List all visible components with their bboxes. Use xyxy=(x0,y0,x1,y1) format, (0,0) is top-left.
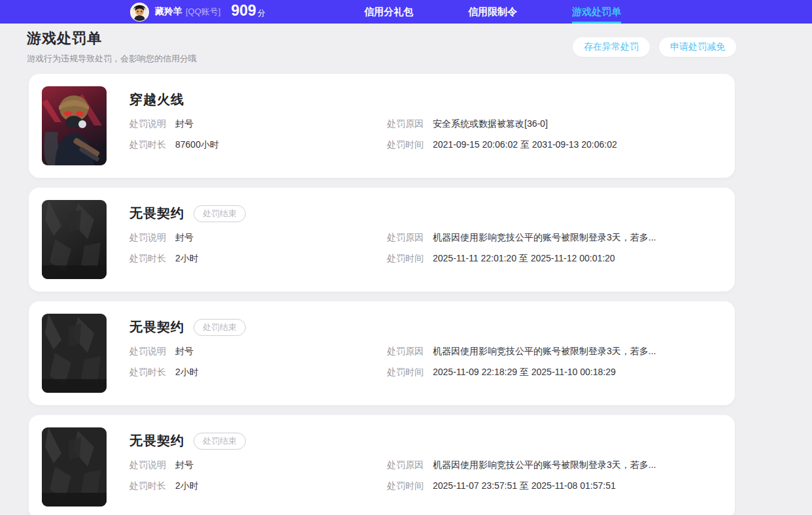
user-avatar-icon xyxy=(130,3,149,22)
page-actions: 存在异常处罚 申请处罚减免 xyxy=(573,37,736,57)
time-label: 处罚时间 xyxy=(387,139,424,151)
reason-label: 处罚原因 xyxy=(387,346,424,357)
header-tabs: 信用分礼包 信用限制令 游戏处罚单 xyxy=(347,0,658,24)
duration-label: 处罚时长 xyxy=(129,367,166,378)
reason-label: 处罚原因 xyxy=(387,232,424,244)
desc-label: 处罚说明 xyxy=(129,459,166,471)
user-account-type: [QQ账号] xyxy=(186,6,220,18)
time-value: 2025-11-11 22:01:20 至 2025-11-12 00:01:2… xyxy=(433,253,615,265)
time-label: 处罚时间 xyxy=(387,253,424,265)
abnormal-penalty-button[interactable]: 存在异常处罚 xyxy=(573,37,650,57)
reason-value: 机器因使用影响竞技公平的账号被限制登录3天，若多... xyxy=(433,232,656,244)
reason-label: 处罚原因 xyxy=(387,118,424,130)
game-thumbnail-valorant xyxy=(42,427,107,507)
penalty-card-body: 无畏契约 处罚结束 处罚说明 封号 处罚原因 机器因使用影响竞技公平的账号被限制… xyxy=(129,427,722,507)
tab-game-penalty[interactable]: 游戏处罚单 xyxy=(554,0,639,24)
penalty-card-body: 穿越火线 处罚说明 封号 处罚原因 安全系统或数据被篡改[36-0] 处罚时长 … xyxy=(129,86,722,165)
reason-value: 安全系统或数据被篡改[36-0] xyxy=(433,118,548,130)
penalty-card-body: 无畏契约 处罚结束 处罚说明 封号 处罚原因 机器因使用影响竞技公平的账号被限制… xyxy=(129,200,722,279)
game-title: 无畏契约 xyxy=(129,432,184,450)
game-thumbnail-valorant xyxy=(42,314,107,393)
penalty-card: 无畏契约 处罚结束 处罚说明 封号 处罚原因 机器因使用影响竞技公平的账号被限制… xyxy=(29,188,735,291)
reason-label: 处罚原因 xyxy=(387,459,424,471)
game-thumbnail-valorant xyxy=(42,200,107,279)
desc-value: 封号 xyxy=(175,346,194,357)
reason-value: 机器因使用影响竞技公平的账号被限制登录3天，若多... xyxy=(433,459,656,471)
penalty-card: 穿越火线 处罚说明 封号 处罚原因 安全系统或数据被篡改[36-0] 处罚时长 … xyxy=(29,74,735,178)
penalty-card-list: 穿越火线 处罚说明 封号 处罚原因 安全系统或数据被篡改[36-0] 处罚时长 … xyxy=(29,74,735,515)
penalty-card: 无畏契约 处罚结束 处罚说明 封号 处罚原因 机器因使用影响竞技公平的账号被限制… xyxy=(29,301,735,405)
credit-score: 909分 xyxy=(231,0,265,25)
desc-value: 封号 xyxy=(175,118,194,130)
duration-value: 2小时 xyxy=(175,253,199,265)
duration-label: 处罚时长 xyxy=(129,139,166,151)
credit-score-value: 909 xyxy=(231,2,256,19)
top-header-bar: 藏羚羊 [QQ账号] 909分 信用分礼包 信用限制令 游戏处罚单 xyxy=(0,0,812,24)
time-label: 处罚时间 xyxy=(387,367,424,378)
duration-label: 处罚时长 xyxy=(129,480,166,492)
game-title: 无畏契约 xyxy=(129,205,184,222)
time-label: 处罚时间 xyxy=(387,480,424,492)
penalty-card-body: 无畏契约 处罚结束 处罚说明 封号 处罚原因 机器因使用影响竞技公平的账号被限制… xyxy=(129,314,722,393)
credit-score-unit: 分 xyxy=(258,8,265,18)
desc-label: 处罚说明 xyxy=(129,232,166,244)
desc-label: 处罚说明 xyxy=(129,118,166,130)
penalty-ended-badge: 处罚结束 xyxy=(194,205,246,222)
game-title: 穿越火线 xyxy=(129,91,184,108)
penalty-ended-badge: 处罚结束 xyxy=(194,433,246,450)
time-value: 2021-09-15 20:06:02 至 2031-09-13 20:06:0… xyxy=(433,139,617,151)
tab-credit-restriction[interactable]: 信用限制令 xyxy=(450,0,535,24)
duration-label: 处罚时长 xyxy=(129,253,166,265)
penalty-reduction-button[interactable]: 申请处罚减免 xyxy=(659,37,736,57)
duration-value: 2小时 xyxy=(175,367,199,378)
user-name: 藏羚羊 xyxy=(155,6,182,18)
reason-value: 机器因使用影响竞技公平的账号被限制登录3天，若多... xyxy=(433,346,656,357)
page-header: 游戏处罚单 游戏行为违规导致处罚，会影响您的信用分哦 存在异常处罚 申请处罚减免 xyxy=(0,24,812,65)
game-thumbnail-crossfire xyxy=(42,86,107,165)
penalty-ended-badge: 处罚结束 xyxy=(194,319,246,336)
desc-label: 处罚说明 xyxy=(129,346,166,357)
game-title: 无畏契约 xyxy=(129,318,184,336)
duration-value: 2小时 xyxy=(175,480,199,492)
user-info: 藏羚羊 [QQ账号] 909分 xyxy=(130,0,265,25)
duration-value: 87600小时 xyxy=(175,139,219,151)
time-value: 2025-11-09 22:18:29 至 2025-11-10 00:18:2… xyxy=(433,367,616,378)
desc-value: 封号 xyxy=(175,459,194,471)
time-value: 2025-11-07 23:57:51 至 2025-11-08 01:57:5… xyxy=(433,480,616,492)
desc-value: 封号 xyxy=(175,232,194,244)
penalty-card: 无畏契约 处罚结束 处罚说明 封号 处罚原因 机器因使用影响竞技公平的账号被限制… xyxy=(29,415,735,515)
tab-credit-gifts[interactable]: 信用分礼包 xyxy=(347,0,431,24)
